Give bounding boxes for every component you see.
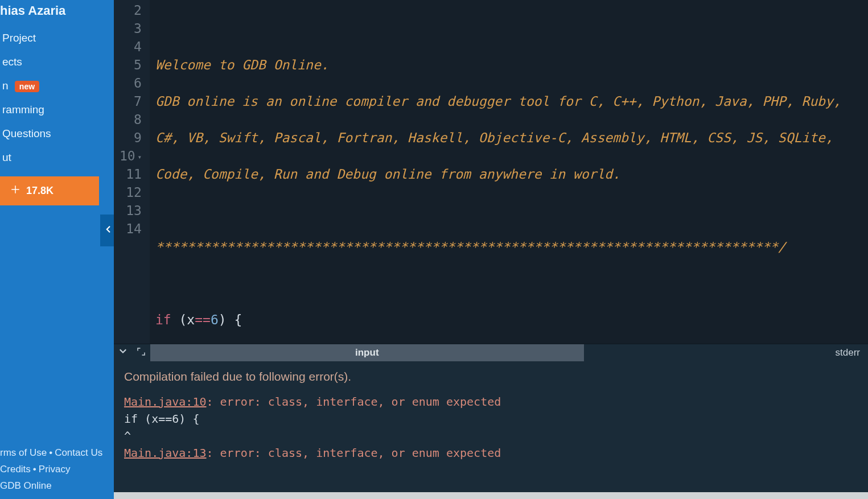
- footer-links: rms of Use•Contact Us Credits•Privacy GD…: [0, 445, 114, 499]
- tab-label: stderr: [836, 347, 860, 358]
- chevron-left-icon: [103, 224, 113, 237]
- sidebar-item-label: Questions: [2, 127, 51, 139]
- code-line: ****************************************…: [155, 238, 841, 256]
- footer-link-terms[interactable]: rms of Use: [0, 447, 47, 458]
- console-header: Compilation failed due to following erro…: [124, 368, 858, 385]
- error-message: : error: class, interface, or enum expec…: [207, 395, 501, 409]
- sidebar-item-projects[interactable]: ects: [0, 50, 114, 74]
- gutter: 2 3 4 5 6 7 8 9 10 11 12 13 14: [114, 0, 150, 344]
- sidebar-item-label: Project: [2, 32, 36, 44]
- error-line: Main.java:13: error: class, interface, o…: [124, 444, 858, 461]
- error-caret: ^: [124, 427, 858, 444]
- plus-icon: [10, 184, 20, 197]
- line-number: 9: [120, 129, 142, 147]
- sidebar-item-project[interactable]: Project: [0, 26, 114, 50]
- footer-link-privacy[interactable]: Privacy: [39, 464, 71, 475]
- code-editor[interactable]: 2 3 4 5 6 7 8 9 10 11 12 13 14 Welcome t…: [114, 0, 868, 344]
- line-number: 2: [120, 1, 142, 19]
- code-line: C#, VB, Swift, Pascal, Fortran, Haskell,…: [155, 129, 841, 147]
- code-line: [155, 201, 841, 220]
- num: 6: [211, 312, 219, 327]
- sidebar-item-label: ects: [2, 56, 22, 68]
- expand-console-button[interactable]: [132, 344, 150, 361]
- main-area: 2 3 4 5 6 7 8 9 10 11 12 13 14 Welcome t…: [114, 0, 868, 499]
- line-number: 11: [120, 165, 142, 183]
- code-line: GDB online is an online compiler and deb…: [155, 92, 841, 110]
- error-location: Main.java:13: [124, 446, 207, 460]
- line-number: 5: [120, 56, 142, 74]
- line-number: 13: [120, 201, 142, 220]
- tab-label: input: [355, 347, 379, 358]
- sidebar: hias Azaria Project ects n new ramming Q…: [0, 0, 114, 499]
- expand-icon: [136, 347, 146, 360]
- error-line: Main.java:10: error: class, interface, o…: [124, 393, 858, 410]
- app-root: hias Azaria Project ects n new ramming Q…: [0, 0, 868, 499]
- tab-stderr[interactable]: stderr: [828, 344, 868, 361]
- share-button[interactable]: 17.8K: [0, 176, 99, 205]
- comment: C#, VB, Swift, Pascal, Fortran, Haskell,…: [155, 130, 833, 145]
- code-area[interactable]: Welcome to GDB Online. GDB online is an …: [150, 0, 841, 344]
- collapse-console-button[interactable]: [114, 344, 132, 361]
- code-line: if (x==6) {: [155, 311, 841, 329]
- comment: Code, Compile, Run and Debug online from…: [155, 167, 620, 182]
- sidebar-item-label: n: [2, 80, 9, 92]
- footer-line-2: Credits•Privacy: [0, 461, 113, 478]
- line-number: 6: [120, 74, 142, 92]
- punct: (: [171, 312, 187, 327]
- status-bar: [114, 492, 868, 499]
- footer-link-credits[interactable]: Credits: [0, 464, 31, 475]
- share-count: 17.8K: [26, 185, 54, 197]
- sidebar-item-questions[interactable]: Questions: [0, 122, 114, 146]
- console-toolbar: input stderr: [114, 344, 868, 361]
- comment: ****************************************…: [155, 240, 786, 254]
- chevron-down-icon: [118, 347, 128, 360]
- sidebar-item-label: ramming: [2, 104, 44, 116]
- new-badge: new: [15, 81, 39, 92]
- error-location: Main.java:10: [124, 395, 207, 409]
- sidebar-item-programming[interactable]: ramming: [0, 98, 114, 122]
- comment: Welcome to GDB Online.: [155, 57, 329, 72]
- ident: x: [187, 312, 195, 327]
- sidebar-item-label: ut: [2, 151, 11, 163]
- separator-dot-icon: •: [47, 447, 55, 458]
- spacer: [0, 246, 114, 445]
- footer-link-contact[interactable]: Contact Us: [55, 447, 102, 458]
- sidebar-item-learn[interactable]: n new: [0, 74, 114, 98]
- user-name: hias Azaria: [0, 0, 114, 26]
- code-line: Welcome to GDB Online.: [155, 56, 841, 74]
- line-number: 3: [120, 19, 142, 38]
- console-output[interactable]: Compilation failed due to following erro…: [114, 361, 868, 492]
- footer-link-gdb[interactable]: GDB Online: [0, 480, 52, 491]
- separator-dot-icon: •: [31, 464, 39, 475]
- error-code: if (x==6) {: [124, 410, 858, 427]
- footer-line-1: rms of Use•Contact Us: [0, 445, 113, 461]
- comment: GDB online is an online compiler and deb…: [155, 94, 841, 109]
- kw-if: if: [155, 312, 171, 327]
- code-line: Code, Compile, Run and Debug online from…: [155, 165, 841, 183]
- line-number: 12: [120, 183, 142, 201]
- code-line: [155, 274, 841, 292]
- line-number: 7: [120, 92, 142, 110]
- sidebar-item-about[interactable]: ut: [0, 146, 114, 170]
- line-number: 4: [120, 38, 142, 56]
- line-number: 14: [120, 220, 142, 238]
- punct: ) {: [219, 312, 242, 327]
- spacer: [584, 344, 828, 361]
- op: ==: [195, 312, 211, 327]
- line-number: 8: [120, 110, 142, 129]
- tab-input[interactable]: input: [150, 344, 584, 361]
- code-line: [155, 19, 841, 38]
- error-message: : error: class, interface, or enum expec…: [207, 446, 501, 460]
- footer-line-3: GDB Online: [0, 478, 113, 494]
- line-number[interactable]: 10: [120, 147, 142, 165]
